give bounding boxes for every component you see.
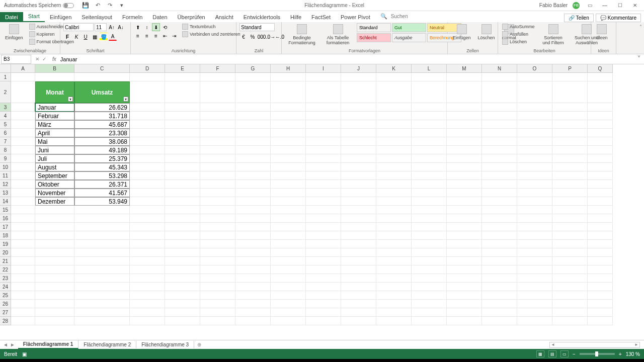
cell[interactable] [271, 180, 306, 189]
cell[interactable] [447, 129, 482, 137]
cell[interactable] [341, 146, 376, 154]
cell[interactable] [165, 300, 200, 308]
cell[interactable] [447, 214, 482, 223]
cell[interactable] [447, 317, 482, 325]
cell[interactable] [447, 112, 482, 120]
cell[interactable] [447, 223, 482, 231]
table-cell-value[interactable]: 38.068 [74, 137, 130, 146]
col-header-B[interactable]: B [35, 64, 74, 73]
cell[interactable] [306, 308, 341, 317]
cell[interactable] [341, 223, 376, 231]
cell[interactable] [376, 120, 412, 129]
cell[interactable] [447, 265, 482, 274]
cell[interactable] [517, 171, 552, 180]
cell[interactable] [200, 265, 235, 274]
fx-icon[interactable]: fx [50, 56, 58, 62]
cell[interactable] [552, 214, 588, 223]
cell[interactable] [271, 206, 306, 214]
cell[interactable] [552, 240, 588, 248]
paste-button[interactable]: Einfügen [3, 23, 25, 41]
align-center-icon[interactable]: ≡ [143, 32, 151, 40]
cell[interactable] [588, 240, 613, 248]
cell[interactable] [200, 189, 235, 197]
cell[interactable] [130, 223, 165, 231]
font-size-select[interactable] [95, 23, 107, 31]
cell[interactable] [130, 163, 165, 171]
cell[interactable] [341, 291, 376, 300]
cell[interactable] [235, 231, 271, 240]
cell[interactable] [200, 248, 235, 257]
cell[interactable] [588, 223, 613, 231]
cell[interactable] [130, 214, 165, 223]
cell[interactable] [11, 283, 35, 291]
row-header-27[interactable]: 27 [0, 308, 11, 317]
cell[interactable] [412, 120, 447, 129]
cell[interactable] [482, 146, 517, 154]
cell[interactable] [482, 231, 517, 240]
cell[interactable] [412, 73, 447, 81]
cell[interactable] [200, 223, 235, 231]
table-cell-month[interactable]: Dezember [35, 197, 74, 206]
cell[interactable] [74, 274, 130, 283]
cell[interactable] [271, 317, 306, 325]
tab-data[interactable]: Daten [147, 12, 172, 22]
cell[interactable] [165, 112, 200, 120]
tab-factset[interactable]: FactSet [306, 12, 336, 22]
cell[interactable] [376, 308, 412, 317]
cell[interactable] [35, 257, 74, 265]
cell[interactable] [74, 231, 130, 240]
cell[interactable] [165, 120, 200, 129]
cell[interactable] [376, 180, 412, 189]
cell[interactable] [447, 240, 482, 248]
style-schlecht[interactable]: Schlecht [357, 33, 391, 42]
cell[interactable] [165, 197, 200, 206]
cell[interactable] [165, 308, 200, 317]
percent-icon[interactable]: % [249, 33, 257, 41]
cell[interactable] [588, 180, 613, 189]
cell[interactable] [552, 120, 588, 129]
cell[interactable] [130, 137, 165, 146]
cell[interactable] [271, 257, 306, 265]
cell[interactable] [517, 197, 552, 206]
name-box[interactable] [1, 55, 31, 64]
cell[interactable] [235, 214, 271, 223]
cell[interactable] [412, 197, 447, 206]
cell[interactable] [341, 103, 376, 112]
row-header-22[interactable]: 22 [0, 265, 11, 274]
cell[interactable] [552, 154, 588, 163]
cell[interactable] [588, 206, 613, 214]
cell[interactable] [130, 180, 165, 189]
cell[interactable] [482, 154, 517, 163]
align-bottom-icon[interactable]: ⬇ [152, 23, 160, 31]
row-header-13[interactable]: 13 [0, 189, 11, 197]
cell[interactable] [200, 291, 235, 300]
cell[interactable] [130, 120, 165, 129]
cell[interactable] [341, 300, 376, 308]
orientation-icon[interactable]: ⟲ [161, 23, 169, 31]
cell[interactable] [74, 248, 130, 257]
cell[interactable] [271, 240, 306, 248]
cell[interactable] [306, 214, 341, 223]
cell[interactable] [588, 274, 613, 283]
cell[interactable] [11, 317, 35, 325]
cell[interactable] [412, 308, 447, 317]
table-cell-month[interactable]: Mai [35, 137, 74, 146]
cell[interactable] [412, 274, 447, 283]
col-header-O[interactable]: O [517, 64, 552, 73]
cell[interactable] [306, 257, 341, 265]
cell[interactable] [165, 154, 200, 163]
cell[interactable] [11, 265, 35, 274]
format-as-table-button[interactable]: Als Tabelle formatieren [322, 23, 354, 46]
cell[interactable] [552, 73, 588, 81]
cell[interactable] [517, 120, 552, 129]
cell[interactable] [11, 223, 35, 231]
cell[interactable] [74, 291, 130, 300]
row-header-8[interactable]: 8 [0, 146, 11, 154]
table-cell-value[interactable]: 23.308 [74, 129, 130, 137]
cell[interactable] [341, 81, 376, 103]
cell[interactable] [341, 171, 376, 180]
cell[interactable] [130, 73, 165, 81]
cell[interactable] [376, 129, 412, 137]
cell[interactable] [35, 206, 74, 214]
row-header-3[interactable]: 3 [0, 103, 11, 112]
